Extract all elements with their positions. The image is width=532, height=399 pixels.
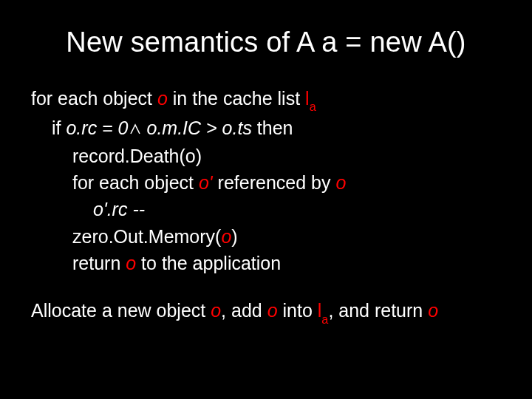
text: if bbox=[52, 117, 66, 138]
expr: o.m.IC > o.ts bbox=[142, 117, 252, 138]
var-o: o bbox=[428, 300, 438, 321]
code-line-3: record.Death(o) bbox=[31, 143, 501, 169]
slide-title: New semantics of A a = new A() bbox=[31, 27, 501, 58]
code-line-5: o'.rc -- bbox=[31, 196, 501, 222]
slide-body: for each object o in the cache list la i… bbox=[31, 85, 501, 327]
text: to the application bbox=[136, 253, 281, 273]
subscript-a: a bbox=[321, 313, 328, 326]
var-o: o bbox=[335, 172, 346, 193]
text: for each object bbox=[72, 172, 199, 193]
text: referenced by bbox=[213, 172, 336, 193]
text: ) bbox=[231, 226, 237, 247]
slide: New semantics of A a = new A() for each … bbox=[0, 0, 532, 399]
text: , add bbox=[221, 300, 267, 321]
code-line-4: for each object o' referenced by o bbox=[31, 169, 501, 196]
text: then bbox=[252, 117, 293, 138]
code-line-7: return o to the application bbox=[31, 250, 501, 276]
text: into bbox=[278, 300, 318, 321]
text: zero.Out.Memory( bbox=[72, 226, 221, 247]
text: in the cache list bbox=[168, 88, 305, 109]
expr: o'.rc -- bbox=[93, 199, 145, 219]
var-o: o bbox=[267, 300, 278, 321]
text: for each object bbox=[31, 88, 157, 109]
spacer bbox=[31, 276, 501, 297]
var-o: o bbox=[157, 88, 168, 109]
var-o: o bbox=[211, 300, 221, 321]
expr: o.rc = 0 bbox=[66, 117, 128, 138]
and-icon bbox=[129, 116, 142, 143]
text: return bbox=[72, 253, 126, 273]
text: , and return bbox=[328, 300, 428, 321]
var-o-prime: o' bbox=[199, 172, 213, 193]
var-l: l bbox=[305, 88, 310, 109]
var-o: o bbox=[126, 253, 136, 273]
text: Allocate a new object bbox=[31, 300, 211, 321]
code-line-1: for each object o in the cache list la bbox=[31, 85, 501, 115]
footer-line: Allocate a new object o, add o into la, … bbox=[31, 297, 501, 327]
subscript-a: a bbox=[310, 100, 316, 113]
var-o: o bbox=[221, 226, 231, 247]
code-line-6: zero.Out.Memory(o) bbox=[31, 223, 501, 250]
text: record.Death(o) bbox=[72, 146, 202, 166]
code-line-2: if o.rc = 0 o.m.IC > o.ts then bbox=[31, 115, 501, 143]
